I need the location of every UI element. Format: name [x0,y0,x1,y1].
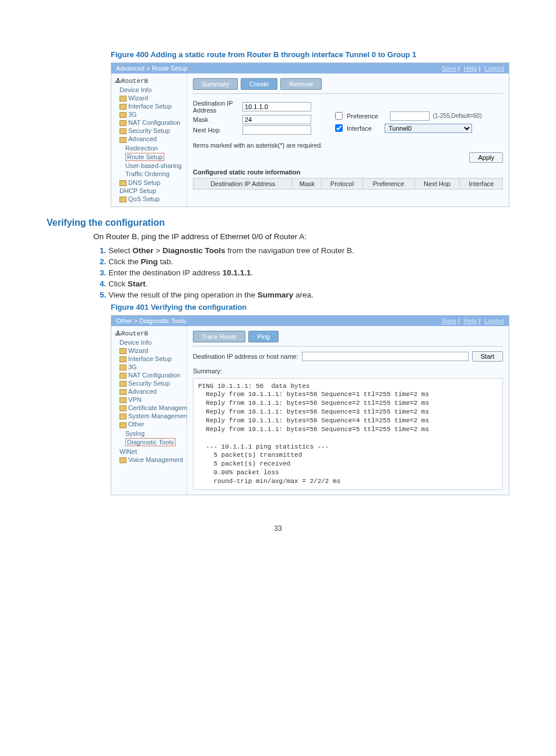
apply-button[interactable]: Apply [469,152,503,163]
nav-sys[interactable]: System Managemen [119,412,184,420]
required-note: Items marked with an asterisk(*) are req… [193,142,503,149]
folder-icon [119,128,126,134]
nav-winet[interactable]: WiNet [119,447,184,456]
folder-icon [119,457,126,463]
step-3: Enter the destination IP address 10.1.1.… [108,268,509,277]
nav-tree: 🖧RouterB Device Info Wizard Interface Se… [111,74,187,206]
th-protocol: Protocol [322,178,363,190]
interface-checkbox[interactable] [335,124,343,132]
nav-security[interactable]: Security Setup [119,127,184,135]
nav-voice[interactable]: Voice Management [119,456,184,464]
nav-nat[interactable]: NAT Configuration [119,371,184,379]
step-5: View the result of the ping operation in… [108,290,509,299]
folder-icon [119,365,126,370]
configured-routes-title: Configured static route information [193,169,503,176]
nav-user-based-sharing[interactable]: User-based-sharing [125,162,184,170]
folder-icon [119,104,126,110]
dest-ip-input[interactable] [242,102,311,111]
nav-security[interactable]: Security Setup [119,379,184,387]
nav-3g[interactable]: 3G [119,363,184,371]
tab-create[interactable]: Create [241,78,277,90]
folder-icon [119,356,126,362]
nav-diag-tools[interactable]: Diagnostic Tools [125,438,184,447]
nav-dhcp-setup[interactable]: DHCP Setup [119,187,184,195]
label-preference: Preference [347,113,378,120]
figure-400-caption: Figure 400 Adding a static route from Ro… [111,50,509,59]
nav-redirection[interactable]: Redirection [125,144,184,152]
help-link[interactable]: Help [464,317,477,324]
folder-icon [119,389,126,395]
device-root: 🖧RouterB [115,77,184,85]
mask-input[interactable] [242,115,311,124]
nexthop-input[interactable] [242,125,311,135]
logout-link[interactable]: Logout [484,317,504,324]
step-2: Click the Ping tab. [108,257,509,266]
th-interface: Interface [460,178,503,190]
interface-select[interactable]: Tunnel0 [385,124,472,133]
help-link[interactable]: Help [464,65,477,72]
nav-cert[interactable]: Certificate Managem [119,404,184,412]
nav-tree: 🖧RouterB Device Info Wizard Interface Se… [111,326,187,495]
label-nexthop: Next Hop [193,127,242,134]
preference-hint: (1-255,Default=60) [433,113,482,119]
nav-advanced[interactable]: Advanced [119,387,184,396]
folder-icon [119,96,126,102]
summary-label: Summary: [193,368,503,374]
page-number: 33 [47,524,509,533]
save-link[interactable]: Save [442,317,456,324]
th-preference: Preference [363,178,414,190]
figure-401: Other > Diagnostic Tools Save | Help | L… [111,315,509,495]
folder-icon [119,197,126,202]
tab-trace-route[interactable]: Trace Route [193,331,245,342]
nav-nat[interactable]: NAT Configuration [119,118,184,127]
step-4: Click Start. [108,279,509,288]
ping-output: PING 10.1.1.1: 56 data bytes Reply from … [193,378,503,490]
breadcrumb: Advanced > Route Setup [116,65,188,72]
th-nexthop: Next Hop [414,178,460,190]
preference-input[interactable] [390,111,430,121]
folder-icon [119,397,126,403]
folder-icon [119,348,126,354]
folder-icon [119,414,126,419]
logout-link[interactable]: Logout [484,65,504,72]
nav-advanced[interactable]: Advanced Redirection Route Setup User-ba… [119,135,184,178]
nav-route-setup[interactable]: Route Setup [125,152,184,162]
th-mask: Mask [293,178,322,190]
nav-device-info[interactable]: Device Info [119,86,184,94]
step-1: Select Other > Diagnostic Tools from the… [108,246,509,255]
th-dest: Destination IP Address [193,178,293,190]
folder-icon [119,137,126,143]
label-dest-ip: Destination IP Address [193,100,242,114]
nav-other[interactable]: Other Syslog Diagnostic Tools [119,420,184,447]
nav-3g[interactable]: 3G [119,110,184,118]
tab-summary[interactable]: Summary [193,78,238,90]
preference-checkbox[interactable] [335,112,343,120]
figure-400: Advanced > Route Setup Save | Help | Log… [111,62,509,207]
folder-icon [119,381,126,387]
nav-traffic-ordering[interactable]: Traffic Ordering [125,170,184,178]
nav-device-info[interactable]: Device Info [119,338,184,346]
breadcrumb: Other > Diagnostic Tools [116,317,186,324]
nav-syslog[interactable]: Syslog [125,429,184,438]
nav-wizard[interactable]: Wizard [119,346,184,355]
nav-dns-setup[interactable]: DNS Setup [119,178,184,187]
save-link[interactable]: Save [442,65,456,72]
tab-ping[interactable]: Ping [248,331,279,342]
nav-wizard[interactable]: Wizard [119,94,184,102]
folder-icon [119,422,126,428]
figure-401-caption: Figure 401 Verifying the configuration [111,303,509,312]
folder-icon [119,120,126,126]
folder-icon [119,180,126,186]
nav-qos-setup[interactable]: QoS Setup [119,195,184,203]
folder-icon [119,405,126,411]
section-heading-verify: Verifying the configuration [47,218,509,228]
routes-table: Destination IP Address Mask Protocol Pre… [193,178,503,190]
dest-ip-input[interactable] [302,352,469,361]
nav-interface-setup[interactable]: Interface Setup [119,355,184,363]
label-mask: Mask [193,116,242,123]
nav-vpn[interactable]: VPN [119,396,184,404]
device-root: 🖧RouterB [115,330,184,337]
nav-interface-setup[interactable]: Interface Setup [119,102,184,110]
start-button[interactable]: Start [472,351,503,362]
tab-remove[interactable]: Remove [280,78,322,90]
